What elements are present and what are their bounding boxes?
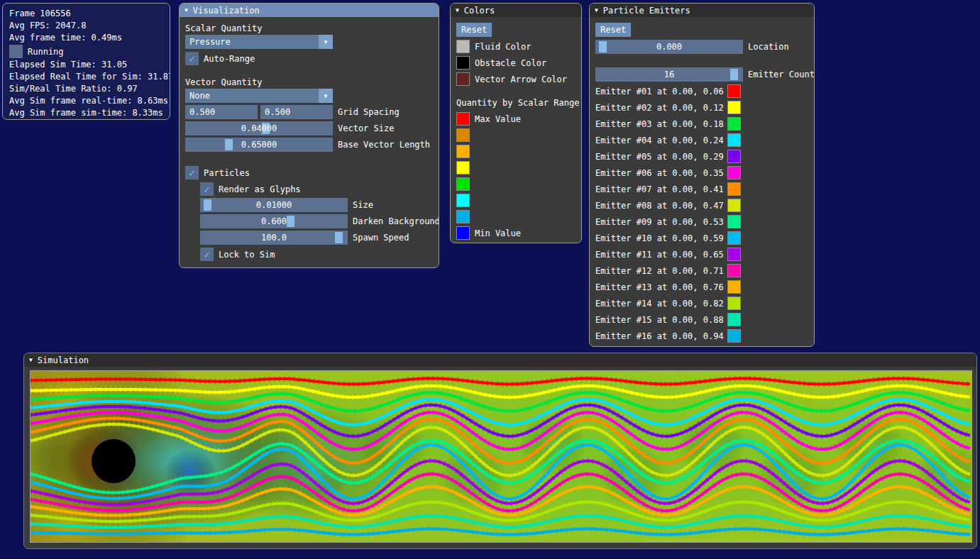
- simulation-titlebar[interactable]: ▼ Simulation: [24, 353, 976, 367]
- visualization-title: Visualization: [193, 6, 260, 16]
- emitter-color-swatch[interactable]: [727, 199, 741, 212]
- emitter-row: Emitter #10 at 0.00, 0.59: [595, 231, 808, 245]
- emitter-color-swatch[interactable]: [727, 329, 741, 343]
- stats-line: Avg Sim frame sim-time: 8.33ms: [9, 107, 163, 119]
- color-swatch[interactable]: [456, 56, 470, 70]
- emitter-row: Emitter #09 at 0.00, 0.53: [595, 215, 808, 228]
- stats-line: Frame 106556: [9, 8, 163, 20]
- scalar-range-label: Quantity by Scalar Range: [456, 97, 576, 109]
- darken-background-value: 0.600: [200, 214, 348, 228]
- simulation-window: ▼ Simulation: [23, 353, 977, 549]
- color-swatch[interactable]: [456, 40, 470, 53]
- scalar-range-swatch-label: Min Value: [475, 228, 521, 238]
- scalar-range-row: Max Value: [456, 112, 576, 126]
- scalar-range-swatch[interactable]: [456, 210, 470, 223]
- vector-quantity-combo[interactable]: None ▼: [185, 89, 333, 103]
- particle-size-value: 0.01000: [200, 198, 348, 212]
- emitter-color-swatch[interactable]: [727, 166, 741, 179]
- auto-range-label: Auto-Range: [204, 54, 255, 64]
- colors-title: Colors: [464, 6, 495, 16]
- colors-titlebar[interactable]: ▼ Colors: [451, 4, 581, 17]
- emitter-label: Emitter #13 at 0.00, 0.76: [595, 282, 727, 292]
- color-swatch-label: Vector Arrow Color: [475, 74, 567, 84]
- grid-spacing-y-input[interactable]: 0.500: [260, 105, 333, 119]
- emitter-label: Emitter #16 at 0.00, 0.94: [595, 331, 727, 341]
- collapse-arrow-icon[interactable]: ▼: [185, 8, 188, 13]
- emitter-label: Emitter #09 at 0.00, 0.53: [595, 217, 727, 227]
- darken-background-slider[interactable]: 0.600: [200, 214, 348, 228]
- visualization-titlebar[interactable]: ▼ Visualization: [180, 4, 439, 17]
- location-value: 0.000: [595, 40, 743, 54]
- emitter-row: Emitter #03 at 0.00, 0.18: [595, 117, 808, 131]
- scalar-range-swatch[interactable]: [456, 177, 470, 191]
- particles-checkbox[interactable]: ✓: [185, 166, 199, 179]
- base-vector-length-slider[interactable]: 0.65000: [185, 138, 333, 152]
- emitter-row: Emitter #12 at 0.00, 0.71: [595, 264, 808, 277]
- emitter-color-swatch[interactable]: [727, 117, 741, 131]
- emitter-color-swatch[interactable]: [727, 248, 741, 261]
- color-swatch[interactable]: [456, 72, 470, 86]
- particle-size-label: Size: [353, 200, 373, 210]
- scalar-range-swatch[interactable]: [456, 145, 470, 158]
- scalar-quantity-value: Pressure: [185, 35, 319, 49]
- spawn-speed-label: Spawn Speed: [353, 233, 409, 243]
- scalar-range-row: [456, 128, 576, 142]
- color-swatch-rows: Fluid ColorObstacle ColorVector Arrow Co…: [456, 40, 576, 86]
- vector-size-value: 0.04000: [185, 121, 333, 135]
- emitter-color-swatch[interactable]: [727, 182, 741, 196]
- collapse-arrow-icon[interactable]: ▼: [29, 358, 33, 363]
- chevron-down-icon[interactable]: ▼: [319, 89, 333, 103]
- emitter-color-swatch[interactable]: [727, 84, 741, 98]
- color-swatch-row: Obstacle Color: [456, 56, 576, 70]
- collapse-arrow-icon[interactable]: ▼: [456, 8, 459, 13]
- color-swatch-row: Fluid Color: [456, 40, 576, 53]
- emitter-count-slider[interactable]: 16: [595, 67, 743, 82]
- particle-emitters-titlebar[interactable]: ▼ Particle Emitters: [590, 4, 814, 17]
- chevron-down-icon[interactable]: ▼: [319, 35, 333, 49]
- spawn-speed-slider[interactable]: 100.0: [200, 231, 348, 245]
- scalar-range-swatch[interactable]: [456, 226, 470, 240]
- particle-size-slider[interactable]: 0.01000: [200, 198, 348, 212]
- visualization-window: ▼ Visualization Scalar Quantity Pressure…: [179, 3, 439, 268]
- colors-reset-button[interactable]: Reset: [456, 23, 492, 37]
- emitter-color-swatch[interactable]: [727, 231, 741, 245]
- emitter-label: Emitter #03 at 0.00, 0.18: [595, 119, 727, 129]
- emitter-color-swatch[interactable]: [727, 133, 741, 147]
- auto-range-checkbox[interactable]: ✓: [185, 52, 199, 65]
- emitter-row: Emitter #06 at 0.00, 0.35: [595, 166, 808, 179]
- running-label: Running: [28, 47, 64, 57]
- emitter-color-swatch[interactable]: [727, 150, 741, 163]
- location-label: Location: [748, 42, 789, 52]
- emitter-label: Emitter #10 at 0.00, 0.59: [595, 233, 727, 243]
- scalar-quantity-combo[interactable]: Pressure ▼: [185, 35, 333, 49]
- scalar-range-swatch[interactable]: [456, 112, 470, 126]
- scalar-range-swatch[interactable]: [456, 161, 470, 175]
- vector-size-slider[interactable]: 0.04000: [185, 121, 333, 135]
- simulation-canvas[interactable]: [30, 370, 972, 543]
- emitters-reset-button[interactable]: Reset: [595, 23, 631, 37]
- stats-line: Avg frame time: 0.49ms: [9, 32, 163, 44]
- render-as-glyphs-checkbox[interactable]: ✓: [200, 182, 214, 196]
- scalar-range-row: [456, 161, 576, 175]
- emitter-color-swatch[interactable]: [727, 215, 741, 228]
- running-checkbox[interactable]: [9, 45, 23, 58]
- emitter-label: Emitter #15 at 0.00, 0.88: [595, 315, 727, 325]
- scalar-range-swatch[interactable]: [456, 128, 470, 142]
- emitter-row: Emitter #05 at 0.00, 0.29: [595, 150, 808, 163]
- emitter-color-swatch[interactable]: [727, 313, 741, 326]
- stats-lines-bottom: Elapsed Sim Time: 31.05Elapsed Real Time…: [9, 59, 163, 119]
- collapse-arrow-icon[interactable]: ▼: [595, 8, 598, 13]
- grid-spacing-x-input[interactable]: 0.500: [185, 105, 258, 119]
- lock-to-sim-checkbox[interactable]: ✓: [200, 248, 214, 261]
- base-vector-length-value: 0.65000: [185, 138, 333, 152]
- emitter-color-swatch[interactable]: [727, 280, 741, 294]
- location-slider[interactable]: 0.000: [595, 40, 743, 54]
- emitter-color-swatch[interactable]: [727, 101, 741, 114]
- emitter-color-swatch[interactable]: [727, 297, 741, 310]
- colors-window: ▼ Colors Reset Fluid ColorObstacle Color…: [450, 3, 582, 243]
- emitter-row: Emitter #01 at 0.00, 0.06: [595, 84, 808, 98]
- scalar-range-swatch-label: Max Value: [475, 114, 521, 124]
- emitter-label: Emitter #02 at 0.00, 0.12: [595, 103, 727, 113]
- emitter-color-swatch[interactable]: [727, 264, 741, 277]
- scalar-range-swatch[interactable]: [456, 194, 470, 207]
